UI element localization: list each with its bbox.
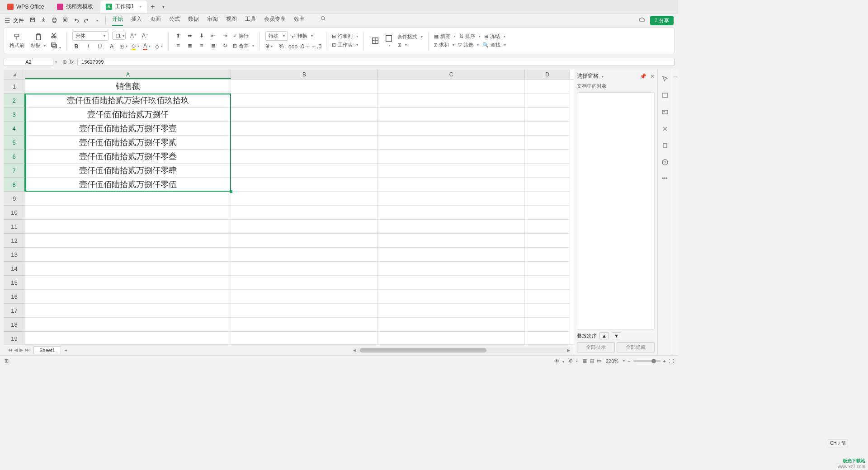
- sort-button[interactable]: ⇅ 排序▾: [459, 33, 481, 40]
- cell[interactable]: [525, 192, 570, 206]
- cell[interactable]: [525, 150, 570, 164]
- zoom-slider[interactable]: [633, 360, 660, 362]
- undo-icon[interactable]: [73, 17, 79, 24]
- copy-icon[interactable]: ▾: [50, 42, 61, 50]
- cell[interactable]: [378, 136, 525, 150]
- sidepanel-list[interactable]: [577, 92, 655, 329]
- font-color-button[interactable]: A▾: [143, 42, 151, 51]
- cell[interactable]: [525, 262, 570, 276]
- file-menu[interactable]: 文件: [13, 17, 24, 24]
- decrease-font-icon[interactable]: A⁻: [141, 32, 149, 40]
- align-justify-icon[interactable]: ≣: [209, 42, 217, 50]
- cell[interactable]: [525, 318, 570, 332]
- print-preview-icon[interactable]: [62, 17, 68, 24]
- cell[interactable]: [231, 108, 378, 122]
- align-right-icon[interactable]: ≡: [198, 42, 206, 50]
- scrollbar-thumb[interactable]: [360, 348, 486, 352]
- menu-tab-insert[interactable]: 插入: [131, 15, 142, 26]
- menu-tab-review[interactable]: 审阅: [207, 15, 218, 26]
- fx-icon[interactable]: fx: [70, 59, 74, 65]
- cell[interactable]: [25, 262, 231, 276]
- fill-color-button[interactable]: ◇▾: [131, 42, 139, 51]
- cell[interactable]: [231, 304, 378, 318]
- menu-tab-page[interactable]: 页面: [150, 15, 161, 26]
- zoom-value[interactable]: 220%: [606, 358, 618, 364]
- pin-icon[interactable]: 📌: [640, 73, 646, 80]
- select-tool-icon[interactable]: [661, 75, 669, 84]
- cell[interactable]: [378, 262, 525, 276]
- sheet-nav-last[interactable]: ⏭: [25, 347, 30, 353]
- cell[interactable]: 壹仟伍佰陆拾贰万柒仟玖佰玖拾玖: [25, 94, 231, 108]
- cell[interactable]: [25, 290, 231, 304]
- menu-tab-formula[interactable]: 公式: [169, 15, 180, 26]
- sheet-tab[interactable]: Sheet1: [33, 346, 61, 354]
- tools-icon[interactable]: [661, 125, 669, 134]
- cell[interactable]: [231, 276, 378, 290]
- decrease-decimal-icon[interactable]: ←.0: [312, 42, 321, 51]
- underline-button[interactable]: U: [96, 42, 104, 51]
- row-header[interactable]: 6: [4, 150, 25, 164]
- cell-grid[interactable]: 销售额 壹仟伍佰陆拾贰万柒仟玖佰玖拾玖 壹仟伍佰陆拾贰万捌仟 壹仟伍佰陆拾贰万捌…: [25, 80, 570, 344]
- column-header-c[interactable]: C: [378, 70, 525, 79]
- row-header[interactable]: 14: [4, 262, 25, 276]
- orientation-icon[interactable]: ↻: [221, 42, 229, 50]
- row-header[interactable]: 12: [4, 234, 25, 248]
- row-header[interactable]: 2: [4, 94, 25, 108]
- cloud-icon[interactable]: [638, 16, 646, 25]
- row-header[interactable]: 11: [4, 220, 25, 234]
- column-header-b[interactable]: B: [231, 70, 378, 79]
- align-middle-icon[interactable]: ⬌: [186, 32, 194, 40]
- menu-tab-efficiency[interactable]: 效率: [294, 15, 305, 26]
- cell[interactable]: [25, 220, 231, 234]
- print-icon[interactable]: [51, 17, 57, 24]
- cell[interactable]: [525, 178, 570, 192]
- menu-tab-tools[interactable]: 工具: [245, 15, 256, 26]
- menu-tab-home[interactable]: 开始: [112, 15, 123, 26]
- strikethrough-button[interactable]: A: [108, 42, 116, 51]
- cell[interactable]: [525, 122, 570, 136]
- cell[interactable]: [231, 164, 378, 178]
- format-painter-button[interactable]: 格式刷: [8, 32, 26, 50]
- worksheet-button[interactable]: ⊞ 工作表▾: [332, 42, 358, 48]
- image-icon[interactable]: [661, 108, 669, 117]
- increase-decimal-icon[interactable]: .0→: [301, 42, 309, 51]
- cell[interactable]: [378, 108, 525, 122]
- cell[interactable]: [378, 318, 525, 332]
- export-icon[interactable]: [40, 17, 47, 24]
- cell[interactable]: [525, 276, 570, 290]
- cell[interactable]: [525, 108, 570, 122]
- cell[interactable]: [231, 220, 378, 234]
- search-icon[interactable]: [320, 15, 326, 26]
- sum-button[interactable]: Σ 求和▾: [434, 42, 454, 48]
- cell[interactable]: [378, 80, 525, 94]
- namebox-dropdown[interactable]: ▾: [55, 60, 57, 64]
- bold-button[interactable]: B: [72, 42, 80, 51]
- cell[interactable]: [25, 318, 231, 332]
- view-page-icon[interactable]: ▤: [590, 358, 594, 364]
- row-header[interactable]: 5: [4, 136, 25, 150]
- row-header[interactable]: 18: [4, 318, 25, 332]
- cell[interactable]: [378, 234, 525, 248]
- add-sheet-button[interactable]: +: [65, 348, 67, 353]
- cell[interactable]: [378, 164, 525, 178]
- cell[interactable]: 壹仟伍佰陆拾贰万捌仟零贰: [25, 136, 231, 150]
- comma-icon[interactable]: ooo: [289, 42, 297, 51]
- cell[interactable]: [25, 276, 231, 290]
- cell[interactable]: [525, 220, 570, 234]
- row-header[interactable]: 10: [4, 206, 25, 220]
- cell[interactable]: [525, 94, 570, 108]
- cell[interactable]: [378, 290, 525, 304]
- fullscreen-icon[interactable]: ⛶: [669, 358, 674, 364]
- cell[interactable]: [378, 150, 525, 164]
- row-header[interactable]: 1: [4, 80, 25, 94]
- cell[interactable]: [231, 192, 378, 206]
- border-button[interactable]: ⊞▾: [119, 42, 127, 51]
- cell[interactable]: [378, 94, 525, 108]
- help-icon[interactable]: ?: [661, 159, 669, 167]
- view-normal-icon[interactable]: ▦: [582, 358, 587, 364]
- share-button[interactable]: ⤴ 分享: [650, 16, 674, 25]
- toolbox-button[interactable]: ⊞▾: [397, 42, 423, 48]
- font-size-select[interactable]: 11▾: [112, 32, 126, 40]
- tab-list-button[interactable]: ▾: [159, 4, 168, 9]
- paste-button[interactable]: 粘贴 ▾: [29, 32, 47, 50]
